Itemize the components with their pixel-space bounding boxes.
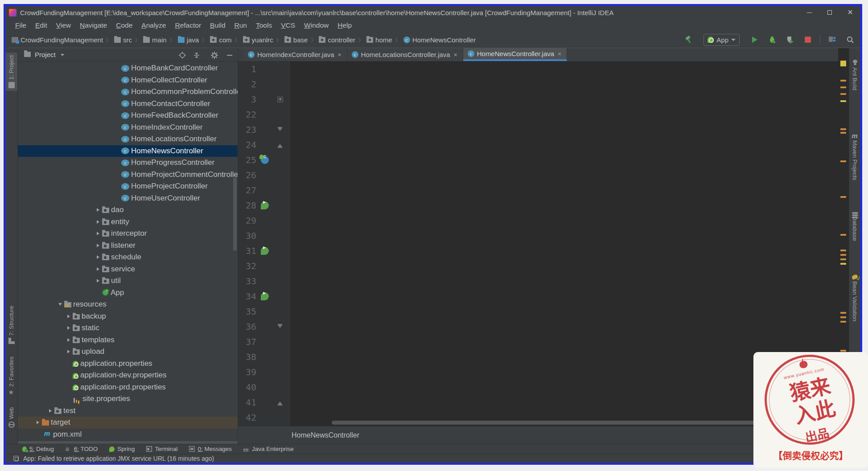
fold-marker-icon[interactable] [277, 97, 283, 102]
menu-item[interactable]: VCS [276, 20, 300, 31]
editor-tab[interactable]: HomeIndexController.java [243, 48, 347, 61]
error-stripe-mark[interactable] [840, 100, 846, 102]
breadcrumb-item[interactable]: yuanlrc [243, 36, 284, 44]
fold-marker-icon[interactable] [277, 203, 283, 209]
gutter-bean-icon[interactable] [261, 126, 269, 134]
tool-stripe-button[interactable]: 1: Project [5, 53, 17, 91]
error-stripe-mark[interactable] [840, 80, 846, 82]
tree-expand-arrow-icon[interactable] [65, 350, 72, 353]
tree-expand-arrow-icon[interactable] [95, 208, 102, 212]
close-button[interactable] [840, 6, 860, 19]
tree-row[interactable]: HomeProgressController [18, 157, 238, 169]
hide-panel-button[interactable] [226, 51, 233, 59]
gutter-bean-icon[interactable] [261, 217, 269, 225]
fold-marker-icon[interactable] [277, 248, 283, 254]
tree-row[interactable] [18, 441, 238, 444]
tree-expand-arrow-icon[interactable] [65, 326, 72, 330]
run-configuration-selector[interactable]: App [703, 34, 740, 46]
menu-item[interactable]: View [52, 20, 75, 31]
tree-expand-arrow-icon[interactable] [47, 409, 54, 413]
tree-row[interactable]: dao [18, 204, 238, 216]
tree-row[interactable]: test [18, 405, 238, 417]
code-line[interactable]: 34 private HomeNewsCommentsService homeN… [238, 289, 838, 304]
gutter-bean-icon[interactable] [261, 353, 269, 361]
code-line[interactable]: 35 [238, 304, 838, 319]
gutter-bean-icon[interactable] [261, 111, 269, 119]
fold-marker-icon[interactable] [277, 82, 283, 87]
code-line[interactable]: 27 @Autowired [238, 183, 838, 198]
editor-tab[interactable]: HomeNewsController.java [463, 48, 567, 61]
gutter-bean-icon[interactable] [261, 141, 269, 149]
fold-marker-icon[interactable] [277, 157, 283, 163]
tree-row[interactable]: HomeProjectCommentController [18, 169, 238, 181]
breadcrumb-item[interactable]: home [366, 36, 403, 44]
error-stripe-mark[interactable] [840, 128, 846, 130]
code-editor[interactable]: 1 package com.yuanlrc.base.controller.ho… [238, 61, 838, 426]
tree-row[interactable]: HomeFeedBackController [18, 110, 238, 122]
code-line[interactable]: 26 [238, 168, 838, 183]
code-line[interactable]: 25 public class HomeNewsController { [238, 152, 838, 168]
code-line[interactable]: 30 @Autowired [238, 228, 838, 243]
menu-item[interactable]: Build [206, 20, 230, 31]
code-line[interactable]: 22 [238, 107, 838, 122]
tree-row[interactable]: HomeProjectController [18, 180, 238, 192]
error-stripe-mark[interactable] [840, 93, 846, 95]
code-line[interactable]: 2 [238, 77, 838, 92]
tree-expand-arrow-icon[interactable] [95, 267, 102, 271]
gutter-bean-icon[interactable] [261, 186, 269, 194]
fold-marker-icon[interactable] [277, 385, 283, 390]
menu-item[interactable]: Refactor [170, 20, 206, 31]
tool-stripe-button[interactable]: Bean Validation [849, 274, 860, 321]
code-line[interactable]: 29 [238, 213, 838, 228]
tree-expand-arrow-icon[interactable] [95, 220, 102, 224]
tree-expand-arrow-icon[interactable] [95, 232, 102, 235]
tree-row[interactable]: App [18, 287, 238, 299]
breadcrumb-item[interactable]: HomeNewsController [403, 36, 476, 44]
tree-row[interactable]: resources [18, 299, 238, 311]
tab-close-icon[interactable] [337, 51, 342, 58]
project-tree-scrollbar[interactable] [233, 177, 237, 251]
tree-row[interactable]: templates [18, 334, 238, 346]
gutter-bean-icon[interactable] [261, 323, 269, 331]
code-line[interactable]: 32 [238, 258, 838, 274]
toolwindow-toggle-icon[interactable] [13, 456, 19, 461]
menu-item[interactable]: Edit [31, 20, 52, 31]
tree-row[interactable]: HomeLocationsController [18, 133, 238, 145]
fold-marker-icon[interactable] [277, 188, 283, 193]
code-line[interactable]: 28 private NewsTypeService newsTypeServi… [238, 198, 838, 213]
breadcrumb-item[interactable]: java [178, 36, 210, 44]
error-stripe-mark[interactable] [840, 160, 846, 162]
code-line[interactable]: 38 * [238, 349, 838, 365]
gutter-bean-icon[interactable] [261, 398, 269, 406]
tree-row[interactable]: pom.xml [18, 429, 238, 441]
tree-row[interactable]: HomeContactController [18, 98, 238, 110]
fold-marker-icon[interactable] [277, 66, 283, 72]
menu-item[interactable]: Help [333, 20, 356, 31]
menu-item[interactable]: Code [111, 20, 137, 31]
menu-item[interactable]: Run [230, 20, 251, 31]
gutter-bean-icon[interactable] [261, 338, 269, 346]
tree-expand-arrow-icon[interactable] [57, 303, 64, 306]
breadcrumb-item[interactable]: controller [319, 36, 366, 44]
fold-marker-icon[interactable] [277, 112, 283, 118]
menu-item[interactable]: Analyze [137, 20, 170, 31]
error-stripe-mark[interactable] [840, 316, 846, 318]
menu-item[interactable]: Navigate [75, 20, 111, 31]
tree-row[interactable]: HomeCollectController [18, 74, 238, 86]
error-stripe-mark[interactable] [840, 258, 846, 260]
tree-row[interactable]: static [18, 322, 238, 334]
minimize-button[interactable] [799, 6, 819, 19]
tree-row[interactable]: backup [18, 311, 238, 323]
tree-row[interactable]: listener [18, 240, 238, 252]
gutter-bean-icon[interactable] [261, 277, 269, 285]
error-stripe-mark[interactable] [840, 196, 846, 198]
code-line[interactable]: 39 * @param model [238, 365, 838, 380]
code-line[interactable]: 1 package com.yuanlrc.base.controller.ho… [238, 61, 838, 77]
tree-row[interactable]: HomeUserController [18, 192, 238, 205]
code-line[interactable]: 33 @Autowired [238, 274, 838, 289]
error-stripe-mark[interactable] [840, 254, 846, 256]
tree-expand-arrow-icon[interactable] [65, 315, 72, 318]
fold-marker-icon[interactable] [277, 172, 283, 178]
fold-marker-icon[interactable] [277, 233, 283, 239]
stop-button[interactable] [802, 34, 814, 45]
